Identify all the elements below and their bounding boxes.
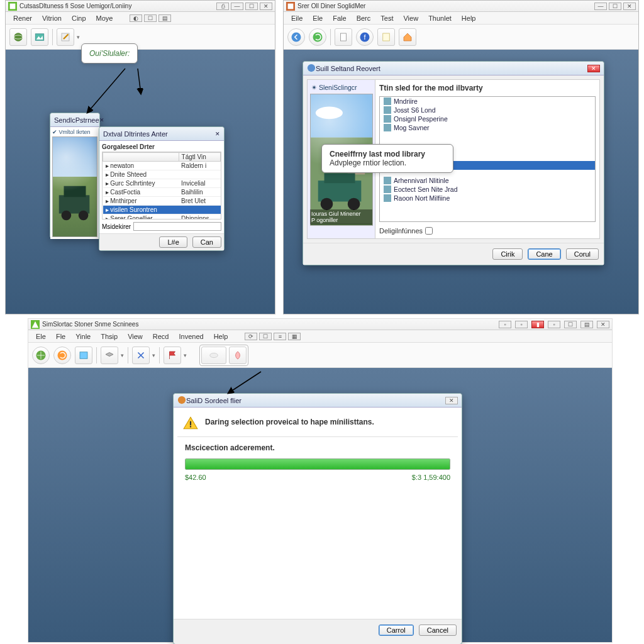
menu-item[interactable]: Invened	[174, 331, 209, 341]
svg-rect-33	[384, 177, 391, 184]
tool-cut-icon[interactable]	[132, 347, 150, 364]
view-list-icon[interactable]: ☐	[144, 14, 157, 22]
close-button[interactable]: ✕	[623, 3, 636, 10]
list-item[interactable]: Arhennivarl Nlitinle	[380, 176, 595, 185]
chevron-down-icon[interactable]: ▾	[152, 352, 155, 358]
menu-item[interactable]: Vitrion	[37, 13, 67, 23]
table-row[interactable]: ▸ Dnite Shteed	[103, 170, 221, 179]
menu-item[interactable]: Thunlet	[423, 13, 457, 23]
table-row[interactable]: ▸ CastFoctiaBaihlilin	[103, 188, 221, 197]
table-row[interactable]: ▸ Serer GonellierDhinninns	[103, 214, 221, 220]
svg-rect-35	[384, 194, 391, 202]
dialog-titlebar[interactable]: Dxtval Dltrintes Anter ✕	[99, 127, 224, 141]
view-icon[interactable]: ⟳	[245, 333, 257, 340]
list-item[interactable]: Raoon Nort Milfiine	[380, 194, 595, 203]
close-button[interactable]: ✕	[587, 65, 600, 72]
close-icon[interactable]: ✕	[215, 131, 220, 137]
menu-item[interactable]: Fale	[328, 13, 351, 23]
tool-info-icon[interactable]: f	[356, 28, 374, 46]
winbtn-icon[interactable]: ▤	[580, 321, 593, 328]
dialog-titlebar[interactable]: Suill Seltand Reovert ✕	[303, 62, 604, 75]
menu-item[interactable]: Yinle	[70, 331, 96, 341]
menu-item[interactable]: Thsip	[96, 331, 123, 341]
dialog-button-1[interactable]: Cirik	[492, 248, 523, 260]
menu-item[interactable]: Ele	[31, 331, 51, 341]
dialog-table: Dxtval Dltrintes Anter ✕ Gorgaleseel Drt…	[99, 126, 225, 251]
close-button[interactable]: ✕	[445, 397, 458, 404]
col-header[interactable]	[103, 153, 179, 162]
wincontrol-icon[interactable]: ⎙	[216, 3, 229, 10]
view-icon[interactable]: ☐	[259, 333, 272, 340]
list-item[interactable]: Josst S6 Lond	[380, 106, 595, 114]
menu-item[interactable]: Moye	[91, 13, 118, 23]
title-text: CutsasDltuness fi Sose Uemigor/Loniiny	[19, 3, 131, 9]
menu-item[interactable]: Berc	[352, 13, 376, 23]
cancel-button[interactable]: Can	[192, 236, 221, 248]
menu-item[interactable]: Help	[457, 13, 481, 23]
tool-flag-icon[interactable]	[164, 347, 181, 364]
winbtn-icon[interactable]: ☐	[564, 321, 577, 328]
maximize-button[interactable]: ☐	[245, 3, 258, 10]
menu-item[interactable]: Rener	[8, 13, 37, 23]
minimize-button[interactable]: —	[594, 3, 607, 10]
menu-item[interactable]: Test	[375, 13, 398, 23]
tool-back-icon[interactable]	[287, 28, 305, 46]
menu-item[interactable]: Fle	[51, 331, 70, 341]
menu-item[interactable]: View	[398, 13, 423, 23]
maximize-button[interactable]: ☐	[609, 3, 621, 10]
footer-input[interactable]	[133, 222, 221, 231]
tool-home-icon[interactable]	[399, 28, 416, 46]
tool-refresh-icon[interactable]	[309, 28, 326, 46]
tool-sync-icon[interactable]	[53, 347, 71, 364]
table-row[interactable]: ▸ newatonRaldern i	[103, 162, 221, 170]
close-button[interactable]: ✕	[260, 3, 272, 10]
list-item[interactable]: Mndriire	[380, 97, 595, 106]
tool-special-2-icon[interactable]	[229, 347, 247, 364]
dialog-button-1[interactable]: Carrol	[379, 625, 414, 636]
winbtn-stop-icon[interactable]: ▮	[531, 321, 544, 328]
tool-globe-icon[interactable]	[9, 28, 27, 46]
tool-special-1-icon[interactable]	[201, 347, 226, 364]
list-item[interactable]: Mog Savner	[380, 123, 595, 132]
preview-thumbnail[interactable]	[52, 136, 97, 237]
chevron-down-icon[interactable]: ▾	[184, 352, 187, 358]
tool-document-icon[interactable]	[335, 28, 352, 46]
table-row[interactable]: ▸ visilen Surontren	[103, 206, 221, 214]
cancel-button[interactable]: Cancel	[419, 625, 457, 636]
tool-layers-icon[interactable]	[101, 347, 118, 364]
table-row[interactable]: ▸ MnthirperBret Ulet	[103, 197, 221, 206]
tool-edit-icon[interactable]	[57, 28, 74, 46]
view-icon[interactable]: ▦	[288, 333, 301, 340]
menu-item[interactable]: Cinp	[67, 13, 91, 23]
close-button[interactable]: ✕	[597, 321, 609, 328]
winbtn-icon[interactable]: ▫	[499, 321, 511, 328]
dialog-button-3[interactable]: Corul	[566, 248, 599, 260]
col-header[interactable]: Tágtl Vin	[179, 153, 220, 162]
checkbox-input[interactable]	[425, 227, 433, 235]
tool-window-icon[interactable]	[75, 347, 92, 364]
chevron-down-icon[interactable]: ▾	[121, 352, 124, 358]
delete-checkbox[interactable]: Deligilnfúnnes	[379, 227, 433, 235]
view-grid-icon[interactable]: ▤	[158, 14, 171, 22]
winbtn-icon[interactable]: ▫	[548, 321, 560, 328]
menu-item[interactable]: Ele	[308, 13, 328, 23]
view-icon[interactable]: ≡	[274, 333, 286, 340]
menu-item[interactable]: Eile	[286, 13, 308, 23]
dialog-button-2[interactable]: Cane	[528, 248, 560, 260]
winbtn-icon[interactable]: ▫	[515, 321, 528, 328]
dialog-titlebar[interactable]: SaliD Sordeel flier ✕	[174, 394, 462, 408]
menu-item[interactable]: Recd	[148, 331, 174, 341]
list-item[interactable]: Eoctect Sen Nite Jrad	[380, 185, 595, 194]
ok-button[interactable]: L#e	[159, 236, 187, 248]
menu-item[interactable]: View	[123, 331, 148, 341]
list-item[interactable]: Onsignl Pesperine	[380, 114, 595, 123]
tool-note-icon[interactable]	[377, 28, 395, 46]
tool-globe-icon[interactable]	[32, 347, 50, 364]
chevron-down-icon[interactable]: ▾	[77, 34, 80, 40]
table-row[interactable]: ▸ Gurc SclhrtinteyInvicelial	[103, 179, 221, 188]
view-toggle-icon[interactable]: ◐	[130, 14, 142, 22]
tool-image-icon[interactable]	[31, 28, 48, 46]
menu-item[interactable]: Help	[209, 331, 233, 341]
minimize-button[interactable]: —	[231, 3, 243, 10]
side-footer-1: Iouras Giul Minener	[311, 211, 371, 217]
